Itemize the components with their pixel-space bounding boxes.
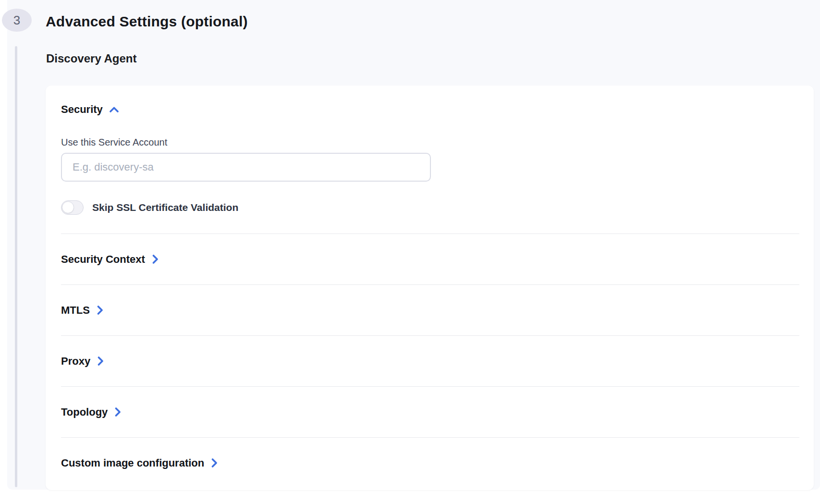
section-divider <box>61 335 799 336</box>
security-section-toggle[interactable]: Security <box>61 103 119 116</box>
section-row[interactable]: Security Context <box>61 234 158 284</box>
service-account-label: Use this Service Account <box>61 137 167 148</box>
section-row[interactable]: Topology <box>61 387 121 437</box>
section-label: Topology <box>61 406 108 418</box>
collapsed-sections: Security Context MTLS Proxy Topology <box>61 234 799 488</box>
step-number: 3 <box>13 13 20 28</box>
section-label: Proxy <box>61 355 90 368</box>
section-divider <box>61 386 799 387</box>
chevron-right-icon <box>97 306 103 315</box>
section-row[interactable]: Custom image configuration <box>61 438 217 488</box>
page-title: Advanced Settings (optional) <box>46 13 248 30</box>
section-divider <box>61 234 799 234</box>
chevron-right-icon <box>152 255 158 264</box>
toggle-knob-icon <box>62 201 74 213</box>
section-label: MTLS <box>61 304 90 317</box>
step-number-badge: 3 <box>2 9 32 32</box>
section-row[interactable]: MTLS <box>61 285 103 335</box>
chevron-right-icon <box>98 356 103 366</box>
chevron-right-icon <box>211 458 217 467</box>
service-account-input[interactable] <box>61 153 431 182</box>
step-connector-line <box>15 46 17 487</box>
section-label: Custom image configuration <box>61 457 204 469</box>
skip-ssl-toggle[interactable] <box>61 200 84 215</box>
skip-ssl-label: Skip SSL Certificate Validation <box>92 202 238 213</box>
chevron-up-icon <box>110 107 119 112</box>
section-divider <box>61 284 799 285</box>
section-label: Security Context <box>61 253 145 266</box>
section-row[interactable]: Proxy <box>61 336 103 386</box>
discovery-agent-card: Security Use this Service Account Skip S… <box>46 86 814 490</box>
chevron-right-icon <box>115 407 121 417</box>
security-section-title: Security <box>61 103 103 116</box>
skip-ssl-row: Skip SSL Certificate Validation <box>61 200 238 215</box>
page-subtitle: Discovery Agent <box>46 52 137 65</box>
